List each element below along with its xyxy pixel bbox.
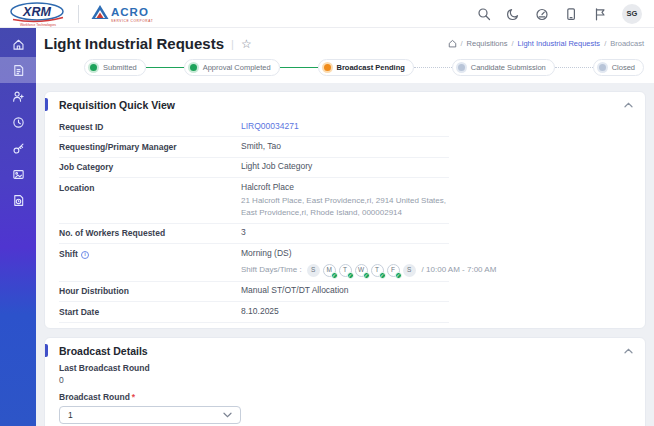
collapse-chevron-up-icon[interactable] [624, 102, 633, 108]
day-check-icon: ✓ [363, 272, 370, 279]
step-dot [458, 64, 465, 71]
quick-view-header: Requisition Quick View [45, 92, 645, 117]
breadcrumb: / Requisitions / Light Industrial Reques… [448, 39, 644, 48]
sidebar-item-scheduled-docs[interactable] [0, 187, 36, 213]
day-badge-thursday: T✓ [371, 264, 384, 277]
collapse-chevron-up-icon[interactable] [624, 348, 633, 354]
breadcrumb-separator: / [511, 39, 513, 48]
row-job-category: Job Category Light Job Category [59, 158, 449, 178]
required-asterisk: * [132, 392, 135, 402]
field-label: Location [59, 182, 241, 219]
page-title: Light Industrial Requests [44, 35, 224, 52]
xrm-logo: XRM Workforce Technologies [8, 1, 70, 27]
sidebar-nav [0, 28, 36, 426]
title-divider: | [231, 38, 234, 50]
flag-icon[interactable] [593, 7, 607, 21]
breadcrumb-item-light-industrial-requests[interactable]: Light Industrial Requests [518, 39, 601, 48]
breadcrumb-separator: / [461, 39, 463, 48]
day-badge-wednesday: W✓ [355, 264, 368, 277]
acro-logo: ACRO SERVICE CORPORATION [87, 2, 153, 26]
step-label: Closed [612, 63, 635, 72]
sidebar-item-workers[interactable] [0, 83, 36, 109]
step-connector [280, 67, 318, 68]
section-title: Broadcast Details [59, 345, 148, 357]
field-label: Job Category [59, 161, 241, 173]
breadcrumb-separator: / [604, 39, 606, 48]
gauge-icon[interactable] [535, 7, 549, 21]
info-icon[interactable]: i [81, 251, 89, 259]
step-connector [146, 67, 184, 68]
row-manager: Requesting/Primary Manager Smith, Tao [59, 137, 449, 157]
field-value: 3 [241, 227, 449, 239]
step-broadcast-pending[interactable]: Broadcast Pending [318, 59, 414, 76]
request-id-link[interactable]: LIRQ00034271 [241, 121, 449, 133]
page-header: Light Industrial Requests | ☆ / Requisit… [36, 28, 654, 83]
broadcast-details-body: Last Broadcast Round 0 Broadcast Round* … [45, 363, 645, 426]
row-request-id: Request ID LIRQ00034271 [59, 117, 449, 137]
top-bar: XRM Workforce Technologies ACRO SERVICE … [0, 0, 654, 28]
user-avatar[interactable]: SG [622, 4, 642, 24]
row-start-date: Start Date 8.10.2025 [59, 302, 449, 322]
field-label: Requesting/Primary Manager [59, 141, 241, 153]
sidebar-item-admin[interactable] [0, 135, 36, 161]
field-label: Hour Distribution [59, 285, 241, 297]
field-value: Smith, Tao [241, 141, 449, 153]
step-closed[interactable]: Closed [593, 59, 644, 76]
favorite-star-icon[interactable]: ☆ [241, 38, 252, 50]
field-value: 0 [59, 375, 633, 385]
requisition-quick-view-card: Requisition Quick View Request ID LIRQ00… [44, 91, 646, 329]
people-icon [12, 90, 25, 103]
image-card-icon [12, 168, 25, 181]
svg-text:XRM: XRM [22, 5, 51, 19]
step-connector [555, 67, 593, 68]
main-area: Light Industrial Requests | ☆ / Requisit… [36, 28, 654, 426]
day-check-icon: ✓ [379, 272, 386, 279]
chevron-down-icon [223, 412, 232, 418]
broadcast-round-select[interactable]: 1 [59, 406, 241, 424]
request-document-icon [12, 64, 25, 77]
row-workers: No. of Workers Requested 3 [59, 224, 449, 244]
sidebar-item-gallery[interactable] [0, 161, 36, 187]
selected-value: 1 [68, 410, 73, 420]
location-name: Halcroft Place [241, 182, 294, 192]
section-title: Requisition Quick View [59, 99, 175, 111]
field-label: No. of Workers Requested [59, 227, 241, 239]
quick-view-rows: Request ID LIRQ00034271 Requesting/Prima… [45, 117, 449, 328]
row-hour-distribution: Hour Distribution Manual ST/OT/DT Alloca… [59, 282, 449, 302]
svg-text:Workforce Technologies: Workforce Technologies [20, 22, 56, 26]
field-value: Manual ST/OT/DT Allocation [241, 285, 449, 297]
breadcrumb-home-icon[interactable] [448, 39, 457, 48]
breadcrumb-item-requisitions[interactable]: Requisitions [467, 39, 508, 48]
device-icon[interactable] [564, 7, 578, 21]
dark-mode-moon-icon[interactable] [506, 7, 520, 21]
day-check-icon: ✓ [347, 272, 354, 279]
step-candidate-submission[interactable]: Candidate Submission [452, 59, 555, 76]
search-icon[interactable] [477, 7, 491, 21]
day-check-icon: ✓ [395, 272, 402, 279]
step-dot [90, 64, 97, 71]
step-dot [324, 64, 331, 71]
step-dot [190, 64, 197, 71]
row-shift: Shifti Morning (DS) Shift Days/Time : S … [59, 244, 449, 281]
sidebar-item-home[interactable] [0, 31, 36, 57]
status-stepper: Submitted Approval Completed Broadcast P… [44, 59, 644, 76]
logo-divider [78, 5, 79, 23]
step-submitted[interactable]: Submitted [84, 59, 146, 76]
field-label: Broadcast Round* [59, 392, 633, 402]
shift-days-row: Shift Days/Time : S M✓ T✓ W✓ T✓ F✓ S / 1… [241, 264, 496, 277]
broadcast-details-header: Broadcast Details [45, 338, 645, 363]
step-approval-completed[interactable]: Approval Completed [184, 59, 280, 76]
step-label: Candidate Submission [471, 63, 546, 72]
day-badge-saturday: S [403, 264, 416, 277]
field-label: Start Date [59, 306, 241, 318]
sidebar-item-requests[interactable] [0, 57, 36, 83]
home-icon [12, 38, 25, 51]
field-label: Request ID [59, 121, 241, 133]
svg-text:ACRO: ACRO [111, 6, 149, 18]
row-location: Location Halcroft Place 21 Halcroft Plac… [59, 178, 449, 223]
step-label: Submitted [103, 63, 137, 72]
day-badge-monday: M✓ [323, 264, 336, 277]
sidebar-item-time-history[interactable] [0, 109, 36, 135]
field-last-broadcast-round: Last Broadcast Round 0 [59, 363, 633, 385]
document-clock-icon [12, 194, 25, 207]
